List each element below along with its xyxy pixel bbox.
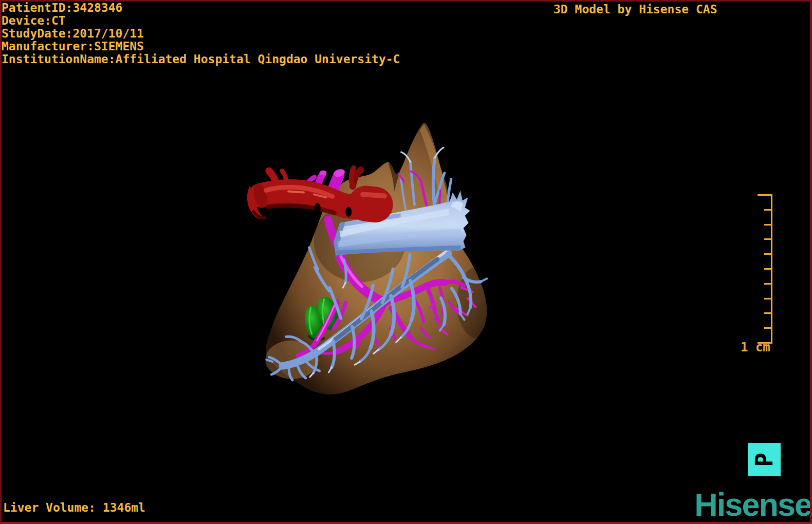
scale-bar-label: 1 cm: [741, 341, 770, 354]
study-date: StudyDate:2017/10/11: [2, 27, 810, 40]
scale-bar-tick: [758, 194, 772, 196]
scale-bar-tick: [764, 253, 772, 255]
orientation-letter: P: [752, 453, 776, 467]
scale-bar-tick: [764, 209, 772, 211]
scale-bar: [756, 194, 772, 344]
hisense-logo: Hisense: [694, 489, 811, 521]
watermark-title: 3D Model by Hisense CAS: [553, 3, 717, 16]
scale-bar-tick: [764, 224, 772, 226]
viewer-screen: PatientID:3428346 Device:CT StudyDate:20…: [0, 0, 812, 524]
manufacturer: Manufacturer:SIEMENS: [2, 40, 810, 53]
device: Device:CT: [2, 14, 810, 27]
scale-bar-tick: [764, 312, 772, 314]
scale-bar-tick: [764, 238, 772, 240]
scale-bar-tick: [764, 283, 772, 285]
scale-bar-tick: [764, 298, 772, 300]
liver-volume-readout: Liver Volume: 1346ml: [3, 501, 145, 514]
orientation-marker-posterior[interactable]: P: [748, 443, 781, 476]
scale-bar-tick: [764, 327, 772, 329]
scale-bar-tick: [764, 268, 772, 270]
model-viewport[interactable]: [2, 2, 810, 522]
institution-name: InstitutionName:Affiliated Hospital Qing…: [2, 53, 810, 66]
